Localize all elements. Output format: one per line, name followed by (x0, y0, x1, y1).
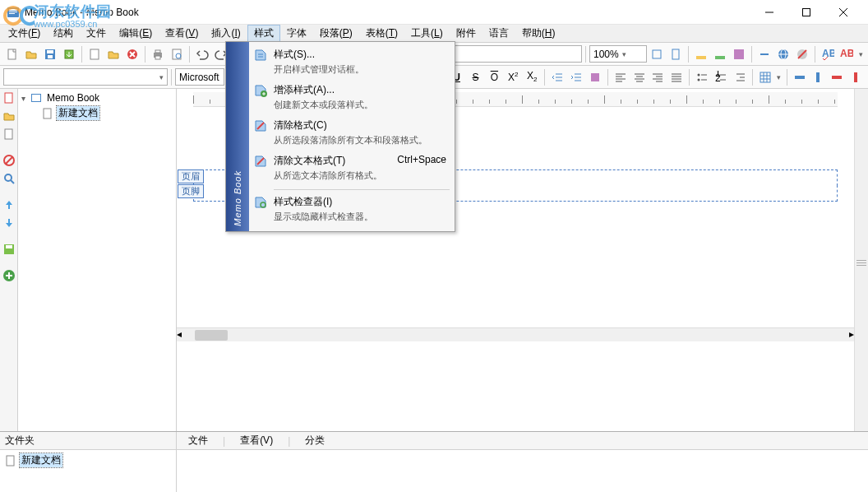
down-arrow-icon[interactable] (2, 216, 16, 230)
menu-clear-text-format[interactable]: 清除文本格式(T) Ctrl+Space 从所选文本清除所有格式。 (251, 151, 453, 187)
menu-clear-format[interactable]: 清除格式(C) 从所选段落清除所有文本和段落格式。 (251, 116, 453, 151)
menu-file[interactable]: 文件(F) (2, 25, 47, 42)
menu-paragraph[interactable]: 段落(P) (313, 25, 359, 42)
doc-icon[interactable] (2, 91, 16, 105)
undo-button[interactable] (193, 45, 211, 63)
menu-view[interactable]: 查看(V) (159, 25, 205, 42)
overline-button[interactable]: O (485, 68, 503, 86)
outdent-button[interactable] (731, 68, 749, 86)
dropdown-arrow-icon[interactable]: ▾ (775, 68, 783, 86)
vertical-scrollbar[interactable] (854, 89, 868, 431)
style-dropdown: Memo Book 样式(S)... 开启样式管理对话框。 增添样式(A)...… (225, 41, 455, 232)
up-arrow-icon[interactable] (2, 197, 16, 212)
tab-category[interactable]: 分类 (298, 432, 331, 449)
font-combo[interactable]: Microsoft (175, 68, 224, 86)
unlink-button[interactable] (793, 45, 811, 63)
preview-button[interactable] (168, 45, 186, 63)
indent-dec-button[interactable] (548, 68, 566, 86)
tab-view[interactable]: 查看(V) (233, 432, 279, 449)
document-tree[interactable]: ▾ Memo Book 新建文档 (18, 89, 177, 431)
collapse-icon[interactable]: ▾ (21, 94, 30, 103)
superscript-button[interactable]: X2 (504, 68, 522, 86)
cell-del-button[interactable] (828, 68, 846, 86)
svg-rect-80 (832, 76, 842, 79)
style-inspector-button[interactable] (586, 68, 604, 86)
export-button[interactable] (60, 45, 78, 63)
menu-styles[interactable]: 样式(S)... 开启样式管理对话框。 (251, 45, 453, 81)
page-icon[interactable] (2, 127, 16, 142)
folder-item[interactable]: 新建文档 (2, 453, 173, 468)
subscript-button[interactable]: X2 (523, 68, 541, 86)
save-button[interactable] (41, 45, 59, 63)
zoompage-button[interactable] (667, 45, 685, 63)
color1-button[interactable] (692, 45, 710, 63)
new-button[interactable] (3, 45, 21, 63)
zoom-combo[interactable]: 100%▾ (589, 45, 647, 63)
align-justify-button[interactable] (667, 68, 686, 86)
delete-button[interactable] (123, 45, 141, 63)
dropdown-arrow-icon[interactable]: ▾ (856, 45, 865, 63)
menu-tools[interactable]: 工具(L) (404, 25, 450, 42)
globe-button[interactable] (774, 45, 792, 63)
align-left-button[interactable] (612, 68, 630, 86)
menu-lang[interactable]: 语言 (482, 25, 515, 42)
spellcheck-button[interactable]: AB (819, 45, 837, 63)
svg-rect-1 (9, 9, 17, 11)
close-button[interactable] (824, 0, 861, 24)
folder-icon[interactable] (2, 109, 16, 123)
strike-button[interactable]: S (467, 68, 485, 86)
deny-icon[interactable] (2, 153, 16, 168)
indent-inc-button[interactable] (567, 68, 585, 86)
link-button[interactable] (755, 45, 773, 63)
menu-edit[interactable]: 编辑(E) (113, 25, 159, 42)
col-button[interactable] (810, 68, 828, 86)
print-button[interactable] (149, 45, 167, 63)
abc-button[interactable]: ABC (838, 45, 856, 63)
svg-rect-95 (44, 109, 51, 118)
open-button[interactable] (22, 45, 40, 63)
menu-style[interactable]: 样式 (247, 25, 280, 42)
bottom-tabs: 文件 | 查看(V) | 分类 (177, 432, 868, 450)
menu-help[interactable]: 帮助(H) (515, 25, 562, 42)
tree-root[interactable]: ▾ Memo Book (20, 91, 174, 105)
svg-rect-28 (696, 56, 706, 59)
svg-rect-45 (591, 73, 599, 81)
svg-rect-73 (760, 72, 770, 82)
menu-structure[interactable]: 结构 (47, 25, 80, 42)
color3-button[interactable] (730, 45, 748, 63)
menu-font[interactable]: 字体 (280, 25, 313, 42)
page-icon (41, 107, 54, 120)
cell-del2-button[interactable] (847, 68, 865, 86)
table-button[interactable] (756, 68, 774, 86)
style-clear-text-icon (254, 155, 267, 168)
color2-button[interactable] (711, 45, 729, 63)
svg-rect-29 (715, 56, 725, 59)
menu-style-inspector[interactable]: 样式检查器(I) 显示或隐藏样式检查器。 (251, 193, 453, 228)
search-icon[interactable] (2, 171, 16, 186)
menu-table[interactable]: 表格(T) (359, 25, 404, 42)
list-number-button[interactable]: 12 (712, 68, 730, 86)
zoomfit-button[interactable] (648, 45, 666, 63)
menu-insert[interactable]: 插入(I) (205, 25, 247, 42)
style-inspector-icon (254, 196, 267, 209)
folder-header: 文件夹 (0, 432, 176, 450)
align-center-button[interactable] (630, 68, 649, 86)
svg-text:2: 2 (715, 72, 721, 84)
page-button[interactable] (85, 45, 104, 63)
align-right-button[interactable] (649, 68, 667, 86)
add-icon[interactable] (2, 268, 16, 283)
row-button[interactable] (791, 68, 809, 86)
tab-file[interactable]: 文件 (182, 432, 215, 449)
folder-button[interactable] (104, 45, 122, 63)
address-combo[interactable]: ▾ (3, 68, 168, 86)
svg-point-64 (698, 78, 700, 81)
save-icon[interactable] (2, 242, 16, 257)
tree-item[interactable]: 新建文档 (20, 105, 174, 121)
list-bullet-button[interactable] (693, 68, 711, 86)
horizontal-scrollbar[interactable] (182, 328, 849, 341)
minimize-button[interactable] (750, 0, 787, 24)
menu-add-style[interactable]: 增添样式(A)... 创建新文本或段落样式。 (251, 81, 453, 116)
maximize-button[interactable] (787, 0, 824, 24)
menu-file2[interactable]: 文件 (80, 25, 113, 42)
menu-attach[interactable]: 附件 (450, 25, 482, 42)
